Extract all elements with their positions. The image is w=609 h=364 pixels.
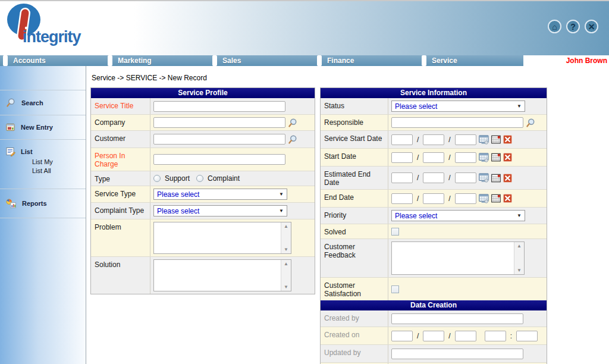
priority-select[interactable]: Please select ▼ (391, 210, 525, 221)
scroll-up-icon[interactable]: ▲ (284, 224, 288, 229)
end-date-year-input[interactable] (455, 193, 476, 204)
created-by-label: Created by (321, 310, 388, 327)
row-created-on: Created on / / : (321, 327, 547, 344)
customer-lookup-icon[interactable] (288, 134, 298, 145)
help-icon[interactable]: ? (566, 20, 580, 33)
end-date-month-input[interactable] (423, 193, 444, 204)
customer-satisfaction-checkbox[interactable] (391, 285, 399, 293)
company-input[interactable] (153, 117, 285, 128)
estimated-end-date-month-input[interactable] (423, 172, 444, 183)
complaint-type-select[interactable]: Please select ▼ (153, 205, 287, 216)
clear-date-icon[interactable] (503, 174, 512, 183)
row-company: Company (91, 114, 315, 130)
person-in-charge-input[interactable] (153, 154, 285, 165)
scroll-down-icon[interactable]: ▼ (284, 247, 288, 252)
start-date-month-input[interactable] (423, 152, 444, 163)
scroll-up-icon[interactable]: ▲ (284, 261, 288, 266)
tab-service[interactable]: Service (419, 55, 523, 66)
calendar-screen-icon[interactable] (479, 153, 489, 162)
updated-by-input[interactable] (391, 349, 523, 359)
problem-textarea[interactable]: ▲▼ (153, 222, 291, 254)
updated-by-label: Updated by (321, 345, 388, 362)
type-complaint-radio[interactable] (196, 175, 203, 182)
sidebar-item-list-all[interactable]: List All (32, 167, 82, 175)
service-profile-panel: Service Profile Service Title Company C (90, 87, 315, 294)
service-profile-header: Service Profile (91, 88, 315, 98)
service-type-label: Service Type (91, 186, 150, 202)
logged-in-user: John Brown (523, 55, 609, 66)
scrollbar[interactable]: ▲▼ (281, 260, 291, 291)
customer-feedback-label: Customer Feedback (321, 239, 388, 277)
service-type-select[interactable]: Please select ▼ (153, 189, 287, 200)
end-date-day-input[interactable] (391, 193, 413, 204)
sidebar-item-list[interactable]: List (6, 147, 82, 156)
sidebar-item-new-entry[interactable]: New Entry (6, 123, 82, 132)
service-start-date-label: Service Start Date (321, 131, 388, 148)
tab-marketing[interactable]: Marketing (105, 55, 209, 66)
service-start-date-year-input[interactable] (455, 134, 476, 145)
sidebar-spacer (0, 66, 86, 90)
responsible-lookup-icon[interactable] (526, 118, 536, 128)
type-support-radio[interactable] (153, 175, 161, 182)
customer-input[interactable] (153, 134, 285, 145)
calendar-icon[interactable] (491, 135, 501, 144)
chevron-down-icon: ▼ (279, 192, 284, 197)
created-on-year-input[interactable] (455, 331, 476, 341)
customer-label: Customer (91, 131, 150, 148)
complaint-type-label: Complaint Type (91, 203, 150, 219)
scroll-down-icon[interactable]: ▼ (284, 284, 288, 290)
sidebar-item-search[interactable]: Search (6, 98, 82, 108)
tab-accounts[interactable]: Accounts (0, 55, 105, 66)
status-label: Status (321, 98, 388, 114)
service-start-date-day-input[interactable] (391, 134, 413, 145)
sidebar-item-list-my[interactable]: List My (32, 158, 82, 167)
calendar-screen-icon[interactable] (479, 135, 489, 145)
service-title-input[interactable] (153, 101, 285, 112)
scrollbar[interactable]: ▲▼ (281, 222, 291, 253)
tab-finance[interactable]: Finance (314, 55, 419, 66)
sidebar: Search New Entry List List My List All R… (0, 66, 86, 364)
created-by-input[interactable] (391, 313, 523, 324)
close-icon[interactable]: ✕ (585, 20, 598, 33)
integrity-logo[interactable]: integrity (6, 3, 95, 54)
end-date-label: End Date (321, 190, 388, 207)
solution-textarea[interactable]: ▲▼ (153, 259, 291, 291)
sidebar-item-reports[interactable]: Reports (6, 199, 82, 208)
service-start-date-month-input[interactable] (423, 134, 444, 145)
created-on-minute-input[interactable] (516, 331, 538, 341)
service-information-header: Service Information (321, 88, 547, 98)
row-service-type: Service Type Please select ▼ (91, 186, 315, 202)
tab-sales[interactable]: Sales (209, 55, 314, 66)
company-lookup-icon[interactable] (288, 118, 298, 128)
created-on-day-input[interactable] (391, 331, 413, 341)
scrollbar[interactable]: ▲▼ (514, 242, 524, 274)
clear-date-icon[interactable] (503, 194, 512, 203)
calendar-icon[interactable] (491, 194, 501, 203)
calendar-screen-icon[interactable] (479, 194, 489, 203)
row-responsible: Responsible (321, 114, 547, 130)
start-date-label: Start Date (321, 149, 388, 166)
status-select[interactable]: Please select ▼ (391, 101, 525, 112)
row-customer-feedback: Customer Feedback ▲▼ (321, 239, 547, 277)
clear-date-icon[interactable] (503, 153, 512, 162)
calendar-screen-icon[interactable] (479, 173, 489, 183)
start-date-year-input[interactable] (455, 152, 476, 163)
created-on-hour-input[interactable] (485, 331, 506, 341)
responsible-input[interactable] (391, 117, 523, 128)
created-on-label: Created on (321, 327, 388, 344)
estimated-end-date-day-input[interactable] (391, 172, 413, 183)
data-creation-header: Data Creation (321, 300, 547, 310)
customer-feedback-textarea[interactable]: ▲▼ (391, 241, 525, 275)
reports-icon (6, 199, 17, 208)
start-date-day-input[interactable] (391, 152, 413, 163)
clear-date-icon[interactable] (503, 135, 512, 144)
home-icon[interactable]: ⌂ (548, 20, 561, 33)
calendar-icon[interactable] (491, 153, 501, 162)
scroll-up-icon[interactable]: ▲ (517, 243, 522, 249)
calendar-icon[interactable] (491, 174, 501, 183)
solved-checkbox[interactable] (391, 228, 399, 236)
scroll-down-icon[interactable]: ▼ (517, 268, 522, 273)
row-solution: Solution ▲▼ (91, 256, 315, 294)
created-on-month-input[interactable] (423, 331, 444, 341)
estimated-end-date-year-input[interactable] (455, 172, 476, 183)
